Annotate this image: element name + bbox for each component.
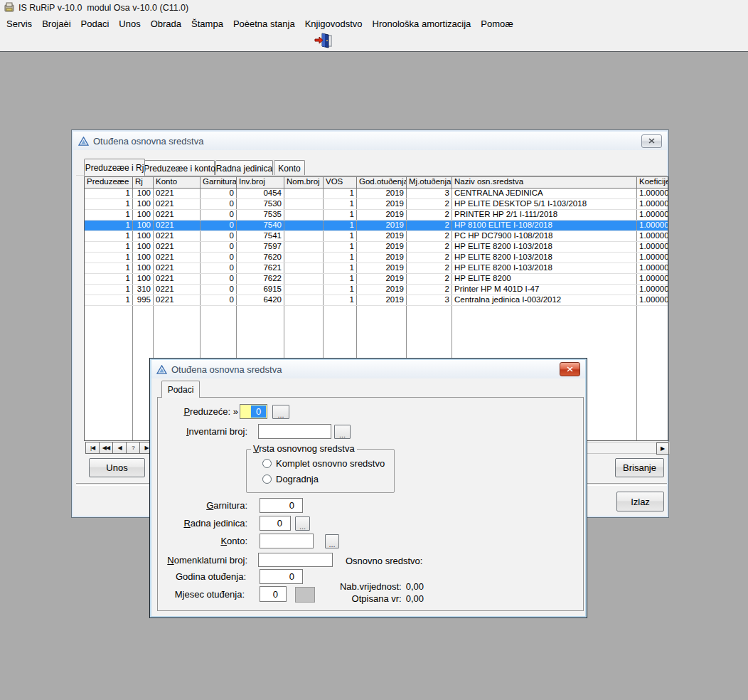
table-cell — [284, 253, 324, 262]
radna-lookup-button[interactable]: ... — [295, 516, 310, 531]
table-cell: 0 — [201, 263, 237, 273]
nav-button-3[interactable]: ◀ — [112, 442, 127, 454]
table-row[interactable]: 1100022107620120192HP ELITE 8200 I-103/2… — [85, 253, 668, 263]
table-cell: 6420 — [237, 295, 284, 305]
tab-podaci[interactable]: Podaci — [161, 381, 200, 398]
godina-field[interactable]: 0 — [260, 569, 303, 584]
table-row[interactable]: 1100022107597120192HP ELITE 8200 I-103/2… — [85, 242, 668, 253]
grid-column-header[interactable]: Nom.broj — [284, 177, 324, 188]
table-cell: 100 — [133, 199, 154, 209]
table-cell: 0221 — [154, 210, 201, 220]
grid-column-header[interactable]: Rj — [133, 177, 154, 188]
table-cell: 3 — [407, 295, 452, 305]
konto-field[interactable] — [260, 534, 314, 548]
nav-button-4[interactable]: ? — [126, 442, 140, 454]
radio-icon[interactable] — [262, 459, 272, 468]
menu-item-9[interactable]: Hronološka amortizacija — [368, 16, 476, 31]
table-row[interactable]: 1100022107535120192PRINTER HP 2/1 I-111/… — [85, 210, 668, 221]
radio-option-1[interactable]: Komplet osnovno sredstvo — [262, 458, 385, 469]
table-cell: 1.000000 — [637, 295, 668, 305]
table-row[interactable]: 1100022100454120193CENTRALNA JEDINICA1.0… — [85, 189, 668, 199]
table-cell: HP ELITE 8200 I-103/2018 — [452, 263, 637, 273]
scroll-right-arrow-icon[interactable]: ▶ — [656, 442, 669, 455]
table-cell: 0221 — [154, 253, 201, 262]
table-cell: 1.000000 — [637, 231, 668, 241]
grid-column-header[interactable]: Preduzeæe — [85, 177, 133, 188]
menu-item-4[interactable]: Unos — [114, 16, 145, 31]
brisanje-button[interactable]: Brisanje — [615, 458, 664, 477]
menu-item-2[interactable]: Brojaèi — [37, 16, 75, 31]
inventarni-field[interactable] — [258, 424, 331, 439]
menu-item-7[interactable]: Poèetna stanja — [228, 16, 300, 31]
table-row[interactable]: 1100022107622120192HP ELITE 82001.000000 — [85, 274, 668, 285]
table-cell: 2019 — [357, 274, 407, 284]
table-cell: 0221 — [154, 242, 201, 252]
nav-button-2[interactable]: ◀◀ — [99, 442, 113, 454]
radna-jedinica-field[interactable]: 0 — [260, 516, 291, 531]
menu-item-3[interactable]: Podaci — [76, 16, 114, 31]
inventarni-lookup-button[interactable]: ... — [334, 425, 351, 439]
table-row[interactable]: 1995022106420120193Centralna jedinica I-… — [85, 295, 668, 306]
menu-item-8[interactable]: Knjigovodstvo — [300, 16, 368, 31]
dialog-close-button[interactable] — [560, 362, 580, 376]
exit-toolbar-button[interactable] — [313, 31, 334, 51]
table-cell: 1.000000 — [637, 263, 668, 273]
grid-column-header[interactable]: Garnitura — [201, 177, 237, 188]
radio-option-2[interactable]: Dogradnja — [262, 474, 319, 484]
menu-item-10[interactable]: Pomoæ — [476, 16, 518, 31]
mjesec-field[interactable]: 0 — [260, 586, 287, 602]
tab-2[interactable]: Preduzeæe i konto — [144, 160, 215, 176]
table-cell: 7621 — [237, 263, 284, 273]
table-row[interactable]: 1100022107621120192HP ELITE 8200 I-103/2… — [85, 263, 668, 274]
nab-vrijednost-value: 0,00 — [406, 581, 424, 592]
tab-3[interactable]: Radna jedinica — [215, 160, 273, 176]
table-row[interactable]: 1100022107530120192HP ELITE DESKTOP 5/1 … — [85, 199, 668, 210]
table-row[interactable]: 1100022107541120192PC HP DC7900 I-108/20… — [85, 231, 668, 242]
grid-column-header[interactable]: God.otuðenja — [357, 177, 407, 188]
preduzece-label: Preduzeće: » — [166, 406, 238, 417]
grid-column-header[interactable]: Mj.otuðenja — [407, 177, 452, 188]
menu-item-5[interactable]: Obrada — [146, 16, 186, 31]
grid-column-header[interactable]: Naziv osn.sredstva — [452, 177, 637, 188]
grid-column-header[interactable]: Koeficijent — [637, 177, 668, 188]
close-icon — [648, 138, 655, 144]
table-cell: 100 — [133, 210, 154, 220]
dialog-titlebar[interactable]: Otuđena osnovna sredstva — [151, 360, 585, 378]
nomenklaturni-field[interactable] — [258, 553, 333, 567]
table-cell: 0221 — [154, 231, 201, 241]
close-icon — [567, 366, 573, 372]
table-cell: 2019 — [357, 189, 407, 198]
unos-button[interactable]: Unos — [89, 458, 145, 477]
main-window-titlebar[interactable]: Otuđena osnovna sredstva — [73, 132, 667, 150]
grid-column-header[interactable]: Inv.broj — [237, 177, 284, 188]
tab-1[interactable]: Preduzeæe i Rj — [84, 159, 145, 176]
table-cell: 0 — [201, 199, 237, 209]
table-cell: 7597 — [237, 242, 284, 252]
table-cell: 1 — [85, 199, 133, 209]
main-window-close-button[interactable] — [641, 134, 662, 148]
menu-item-1[interactable]: Servis — [1, 16, 37, 31]
preduzece-lookup-button[interactable]: ... — [272, 405, 289, 419]
nav-button-1[interactable]: |◀ — [85, 442, 100, 454]
table-cell — [284, 221, 324, 230]
table-cell: 100 — [133, 221, 154, 230]
konto-lookup-button[interactable]: ... — [325, 534, 339, 548]
grid-column-header[interactable]: VOS — [324, 177, 357, 188]
grid-column-header[interactable]: Konto — [154, 177, 201, 188]
preduzece-field[interactable]: 0 — [240, 404, 267, 419]
izlaz-button[interactable]: Izlaz — [616, 492, 664, 511]
garnitura-field[interactable]: 0 — [260, 498, 303, 513]
table-row[interactable]: 1310022106915120192Printer HP M 401D I-4… — [85, 285, 668, 295]
table-row[interactable]: 1100022107540120192HP 8100 ELITE I-108/2… — [85, 221, 668, 231]
tab-4[interactable]: Konto — [274, 160, 305, 176]
table-cell: 1.000000 — [637, 253, 668, 262]
exit-door-icon — [314, 31, 333, 50]
table-cell: 310 — [133, 285, 154, 295]
table-cell: HP ELITE 8200 I-103/2018 — [452, 253, 637, 262]
menu-item-6[interactable]: Štampa — [186, 16, 228, 31]
preduzece-selected-text: 0 — [251, 405, 266, 418]
radio-icon[interactable] — [262, 474, 272, 484]
table-cell: PC HP DC7900 I-108/2018 — [452, 231, 637, 241]
table-cell: 7540 — [237, 221, 284, 230]
table-cell — [284, 189, 324, 198]
